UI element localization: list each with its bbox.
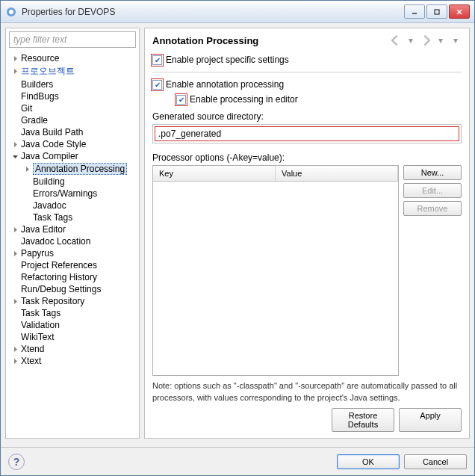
cancel-button[interactable]: Cancel [404,454,467,469]
tree-item[interactable]: WikiText [6,331,139,343]
tree-spacer [10,333,19,341]
back-menu-icon[interactable]: ▾ [405,34,417,46]
tree-item[interactable]: 프로오브젝트 [6,64,139,78]
highlight-box [175,93,187,106]
tree-item[interactable]: Java Compiler [6,150,139,162]
tree-item[interactable]: Javadoc [6,200,139,211]
gen-dir-input[interactable]: .po7_generated [155,126,459,141]
tree-item[interactable]: Gradle [6,114,139,126]
app-icon [5,6,17,18]
bottom-bar: ? OK Cancel [1,447,474,475]
properties-dialog: Properties for DEVOPS type filter text R… [0,0,475,476]
close-button[interactable] [449,4,470,19]
tree-item-label: Task Repository [21,296,84,306]
forward-icon[interactable] [420,34,432,46]
tree-item[interactable]: Javadoc Location [6,235,139,247]
tree-item[interactable]: Xtext [6,355,139,367]
tree-item[interactable]: Xtend [6,343,139,355]
tree-item[interactable]: Validation [6,319,139,331]
gen-dir-label: Generated source directory: [152,111,462,122]
tree-item[interactable]: Git [6,102,139,114]
tree-spacer [22,189,31,198]
chevron-right-icon[interactable] [10,249,19,258]
tree-spacer [22,177,31,186]
tree-item-label: Refactoring History [21,272,97,282]
chevron-right-icon[interactable] [10,344,19,353]
tree-item-label: Task Tags [33,212,72,223]
tree-item-label: FindBugs [21,91,59,102]
remove-button[interactable]: Remove [403,201,462,216]
tree-spacer [10,273,19,282]
tree-item-label: Git [21,103,32,114]
tree-item-label: Java Code Style [21,139,86,149]
highlight-box [151,78,164,91]
view-menu-icon[interactable]: ▾ [450,34,462,46]
tree-item[interactable]: Java Build Path [6,126,139,138]
tree-item-label: Xtend [21,344,44,354]
tree-item-label: Java Editor [21,224,66,235]
tree-item[interactable]: Task Tags [6,307,139,319]
window-title: Properties for DEVOPS [22,7,404,17]
gen-dir-input-wrap: .po7_generated [152,124,462,143]
ok-button[interactable]: OK [337,454,400,469]
svg-point-1 [9,10,13,14]
col-key[interactable]: Key [153,166,276,181]
tree-item[interactable]: Refactoring History [6,271,139,283]
tree-item[interactable]: Java Editor [6,223,139,235]
tree-item[interactable]: Project References [6,259,139,271]
chevron-right-icon[interactable] [10,140,19,149]
tree-spacer [10,285,19,294]
tree-item[interactable]: Resource [6,52,139,64]
tree-item[interactable]: Builders [6,78,139,90]
tree-item[interactable]: Run/Debug Settings [6,283,139,295]
filter-input[interactable]: type filter text [9,31,136,48]
tree-item-label: Building [33,176,65,187]
tree-item[interactable]: Task Repository [6,295,139,307]
note-text: Note: options such as "-classpath" and "… [152,380,462,404]
chevron-down-icon[interactable] [10,152,19,161]
chevron-right-icon[interactable] [10,67,19,76]
chevron-right-icon[interactable] [10,356,19,365]
category-tree[interactable]: Resource프로오브젝트BuildersFindBugsGitGradleJ… [6,51,139,438]
tree-item-label: Builders [21,79,53,90]
restore-defaults-button[interactable]: Restore Defaults [332,408,394,432]
enable-editor-label: Enable processing in editor [190,94,298,105]
sidebar: type filter text Resource프로오브젝트BuildersF… [5,28,140,439]
col-value[interactable]: Value [276,166,398,181]
back-icon[interactable] [390,34,402,46]
tree-item-label: Project References [21,260,97,271]
proc-opts-label: Processor options (-Akey=value): [152,152,462,163]
chevron-right-icon[interactable] [10,54,19,63]
main-panel: Annotation Processing ▾ ▾ ▾ ✔ Enable pro… [144,28,470,439]
tree-spacer [10,92,19,101]
tree-item[interactable]: Building [6,176,139,188]
tree-spacer [10,80,19,89]
edit-button[interactable]: Edit... [403,183,462,198]
help-icon[interactable]: ? [8,454,25,470]
tree-item[interactable]: Annotation Processing [6,162,139,176]
tree-item[interactable]: Java Code Style [6,138,139,150]
tree-item-label: Resource [21,53,59,64]
minimize-button[interactable] [404,4,425,19]
chevron-right-icon[interactable] [22,164,31,173]
maximize-button[interactable] [426,4,447,19]
processor-options-table[interactable]: Key Value [152,165,399,376]
tree-spacer [10,116,19,125]
tree-item-label: Javadoc [33,200,66,211]
tree-item-label: Errors/Warnings [33,188,97,199]
apply-button[interactable]: Apply [399,408,462,432]
enable-project-label: Enable project specific settings [166,55,289,65]
tree-item[interactable]: FindBugs [6,90,139,102]
tree-item-label: Run/Debug Settings [21,284,101,294]
new-button[interactable]: New... [403,165,462,180]
tree-item[interactable]: Papyrus [6,247,139,259]
tree-item-label: Java Compiler [21,151,78,161]
chevron-right-icon[interactable] [10,225,19,234]
tree-item[interactable]: Task Tags [6,211,139,223]
tree-spacer [10,261,19,270]
chevron-right-icon[interactable] [10,297,19,306]
tree-item[interactable]: Errors/Warnings [6,188,139,200]
forward-menu-icon[interactable]: ▾ [435,34,447,46]
svg-rect-3 [435,10,439,14]
tree-spacer [10,237,19,246]
